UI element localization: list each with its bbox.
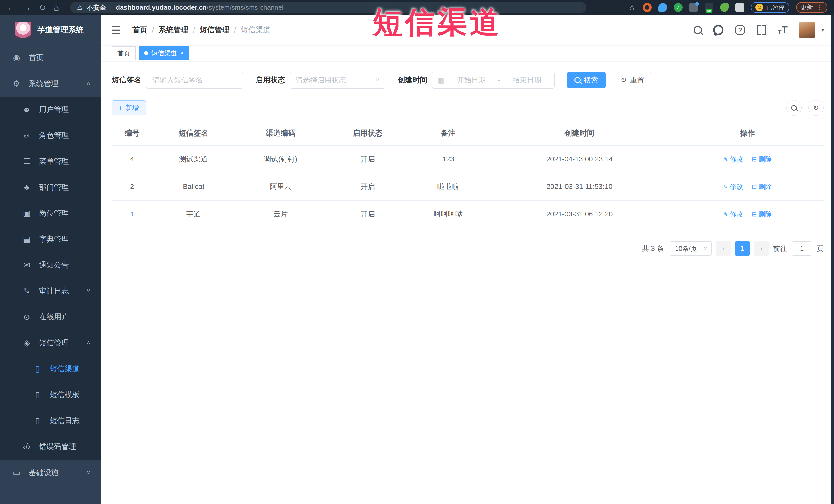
- reset-button-label: 重置: [630, 75, 644, 85]
- browser-scrollbar[interactable]: [831, 15, 834, 504]
- sidebar-item-label: 短信模板: [50, 390, 80, 400]
- github-icon[interactable]: [713, 25, 723, 35]
- page-size-select[interactable]: 10条/页 ˅: [670, 241, 711, 256]
- reset-button[interactable]: ↻ 重置: [613, 72, 652, 88]
- edit-link[interactable]: ✎修改: [723, 155, 743, 163]
- sidebar-item[interactable]: ▯ 短信模板: [0, 382, 101, 408]
- page-number-1[interactable]: 1: [735, 241, 749, 256]
- add-button[interactable]: + 新增: [112, 101, 146, 115]
- sidebar-item[interactable]: ⚙ 系统管理 ˄: [0, 71, 101, 96]
- browser-update-button[interactable]: 更新 ⋮: [796, 2, 827, 13]
- sidebar-item[interactable]: ▯ 短信日志: [0, 408, 101, 434]
- sidebar-item[interactable]: ☺ 角色管理: [0, 123, 101, 148]
- extension-ring-icon[interactable]: [642, 3, 652, 12]
- browser-back-icon[interactable]: ←: [7, 3, 15, 12]
- prev-page-button[interactable]: ‹: [716, 241, 730, 256]
- sidebar-menu: ◉ 首页 ⚙ 系统管理 ˄ ☻ 用户管理 ☺ 角色管理 ☰ 菜: [0, 45, 101, 485]
- browser-menu-dots-icon[interactable]: ⋮: [816, 4, 823, 11]
- toggle-search-button[interactable]: [786, 100, 802, 115]
- paused-extension-pill[interactable]: ☺ 已暂停: [751, 2, 789, 13]
- sidebar-item-icon: ♣: [21, 183, 32, 192]
- breadcrumb-home[interactable]: 首页: [132, 25, 147, 35]
- sidebar-item-label: 在线用户: [39, 312, 69, 322]
- sign-input[interactable]: [152, 76, 237, 85]
- search-button[interactable]: 搜索: [567, 72, 606, 88]
- tab-home-label: 首页: [117, 49, 130, 58]
- refresh-icon: ↻: [813, 104, 819, 112]
- date-range-separator: -: [498, 76, 500, 84]
- close-icon[interactable]: ×: [180, 49, 183, 57]
- cell-id: 4: [112, 145, 153, 173]
- cell-id: 2: [112, 173, 153, 200]
- app-logo-row[interactable]: 芋道管理系统: [0, 15, 101, 45]
- sidebar-item-icon: ☺: [21, 131, 32, 140]
- delete-link[interactable]: ⊟删除: [752, 210, 772, 218]
- chevron-down-icon: ˅: [376, 76, 379, 84]
- cell-created: 2021-04-13 00:23:14: [488, 145, 671, 173]
- browser-reload-icon[interactable]: ↻: [39, 3, 46, 12]
- breadcrumb: 首页 / 系统管理 / 短信管理 / 短信渠道: [132, 25, 270, 35]
- extension-pin-icon[interactable]: [658, 3, 667, 12]
- date-range-picker[interactable]: ▦ 开始日期 - 结束日期: [432, 72, 555, 89]
- status-select[interactable]: 请选择启用状态 ˅: [290, 72, 385, 89]
- cell-sign: Ballcat: [153, 173, 235, 200]
- extension-sliders-icon[interactable]: [689, 3, 698, 12]
- sidebar-item-icon: ✎: [21, 286, 32, 296]
- fullscreen-icon[interactable]: [757, 25, 767, 35]
- extensions-puzzle-icon[interactable]: [736, 3, 744, 12]
- url-host: dashboard.yudao.iocoder.cn: [116, 4, 207, 11]
- extension-sprout-icon[interactable]: [720, 3, 729, 12]
- sidebar-item[interactable]: ▣ 岗位管理: [0, 200, 101, 226]
- sidebar-item-label: 错误码管理: [39, 442, 76, 452]
- sidebar-toggle-icon[interactable]: ☰: [111, 24, 121, 37]
- avatar[interactable]: [799, 22, 815, 38]
- sidebar-item[interactable]: ☻ 用户管理: [0, 96, 101, 123]
- refresh-table-button[interactable]: ↻: [808, 100, 824, 115]
- filter-form: 短信签名 启用状态 请选择启用状态 ˅ 创建时间 ▦ 开始日期 - 结束日期 搜…: [112, 72, 824, 89]
- sidebar-item[interactable]: ◈ 短信管理 ˄: [0, 330, 101, 356]
- plus-icon: +: [118, 104, 123, 112]
- sidebar-item-icon: ‹/›: [21, 442, 32, 452]
- sidebar-item[interactable]: ▯ 短信渠道: [0, 356, 101, 382]
- sidebar-item-icon: ▯: [32, 390, 43, 399]
- add-button-label: 新增: [126, 104, 139, 112]
- bookmark-star-icon[interactable]: ☆: [629, 3, 636, 12]
- sidebar-item[interactable]: ▤ 字典管理: [0, 226, 101, 252]
- sidebar-item[interactable]: ◉ 首页: [0, 45, 101, 71]
- date-start-placeholder[interactable]: 开始日期: [449, 75, 493, 85]
- sidebar-item[interactable]: ‹/› 错误码管理: [0, 434, 101, 460]
- tab-sms-channel[interactable]: 短信渠道 ×: [139, 46, 189, 60]
- browser-home-icon[interactable]: ⌂: [54, 3, 59, 12]
- font-size-icon[interactable]: TT: [778, 25, 788, 36]
- extension-check-icon[interactable]: ✓: [674, 3, 683, 12]
- avatar-caret-icon[interactable]: ▾: [821, 27, 824, 34]
- browser-forward-icon[interactable]: →: [23, 3, 31, 12]
- goto-page-input[interactable]: [792, 241, 812, 256]
- tab-home[interactable]: 首页: [112, 46, 135, 60]
- col-id: 编号: [112, 122, 153, 145]
- address-bar[interactable]: ⚠ 不安全 | dashboard.yudao.iocoder.cn/syste…: [70, 2, 586, 13]
- delete-link[interactable]: ⊟删除: [752, 155, 772, 163]
- edit-link[interactable]: ✎修改: [723, 210, 743, 218]
- breadcrumb-system[interactable]: 系统管理: [159, 25, 189, 35]
- sidebar-item[interactable]: ✎ 审计日志 ˅: [0, 278, 101, 304]
- next-page-button[interactable]: ›: [754, 241, 769, 256]
- sidebar-item[interactable]: ☰ 菜单管理: [0, 148, 101, 174]
- cell-actions: ✎修改 ⊟删除: [671, 173, 824, 200]
- breadcrumb-separator: /: [152, 26, 154, 35]
- sidebar-item[interactable]: ⊙ 在线用户: [0, 304, 101, 330]
- breadcrumb-sms[interactable]: 短信管理: [200, 25, 229, 35]
- sidebar-item-label: 字典管理: [39, 234, 69, 244]
- tags-view-bar: 首页 短信渠道 ×: [101, 45, 834, 61]
- search-icon[interactable]: [694, 26, 702, 34]
- help-icon[interactable]: ?: [735, 25, 745, 36]
- edit-link[interactable]: ✎修改: [723, 183, 743, 191]
- delete-trash-icon: ⊟: [752, 156, 757, 163]
- date-end-placeholder[interactable]: 结束日期: [505, 75, 549, 85]
- sidebar-item[interactable]: ▭ 基础设施 ˅: [0, 460, 101, 485]
- extension-on-icon[interactable]: on: [705, 3, 714, 12]
- sidebar-item[interactable]: ♣ 部门管理: [0, 174, 101, 200]
- sign-input-wrap: [146, 72, 243, 89]
- sidebar-item[interactable]: ✉ 通知公告: [0, 252, 101, 278]
- delete-link[interactable]: ⊟删除: [752, 183, 772, 191]
